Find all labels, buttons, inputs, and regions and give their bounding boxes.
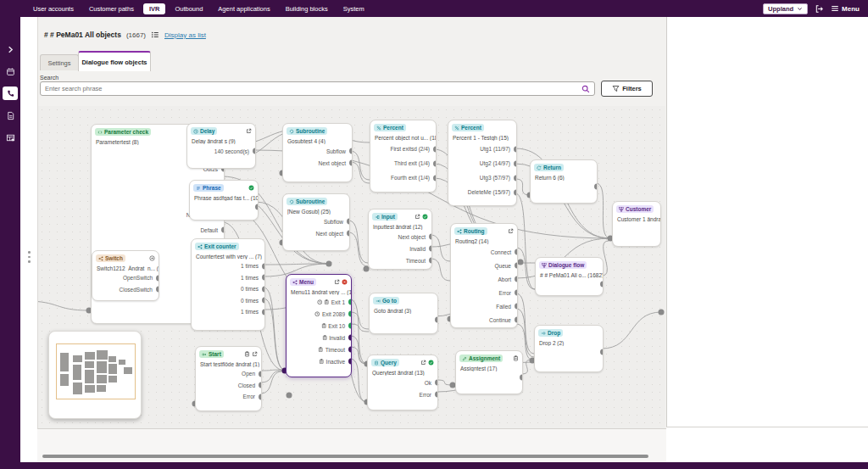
output-port[interactable] — [348, 311, 353, 317]
display-as-list-link[interactable]: Display as list — [164, 31, 206, 39]
output-port[interactable] — [259, 371, 263, 377]
output-port[interactable] — [348, 299, 353, 305]
output-port[interactable] — [520, 375, 524, 381]
nav-item-system[interactable]: System — [337, 3, 370, 14]
output-port[interactable] — [348, 335, 353, 341]
output-port[interactable] — [600, 349, 604, 355]
flow-node-start[interactable]: StartStart testflöde ändrat (1)OpenClose… — [195, 346, 262, 411]
flow-node-exit-counter[interactable]: Exit counterCountertest with very ... (7… — [191, 238, 265, 331]
flow-node-routing[interactable]: RoutingRouting2 (14)ConnectQueueAbortErr… — [450, 223, 518, 328]
flow-node-customer[interactable]: CustomerCustomer 1 ändrat 8 — [612, 201, 661, 247]
output-port[interactable] — [514, 189, 518, 195]
output-port[interactable] — [221, 227, 225, 233]
output-port[interactable] — [262, 298, 266, 304]
nav-item-user-accounts[interactable]: User accounts — [27, 3, 80, 14]
sidebar-item-grid[interactable] — [3, 131, 18, 144]
output-port[interactable] — [348, 323, 353, 329]
output-port[interactable] — [515, 290, 519, 296]
flow-node-query[interactable]: QueryQuerytest ändrat (13)OkError — [367, 355, 438, 410]
flow-node-dialogue-flow[interactable]: Dialogue flow# # PeMa01 All o... (1682) — [535, 257, 604, 296]
output-port[interactable] — [348, 347, 353, 353]
sidebar-item-phone[interactable] — [3, 87, 18, 100]
output-port[interactable] — [262, 263, 266, 269]
output-port[interactable] — [594, 184, 598, 190]
flow-node-goto[interactable]: Go toGoto ändrat (3) — [369, 293, 438, 334]
sidebar-item-calendar[interactable] — [3, 64, 18, 78]
schedule-icon — [319, 359, 325, 365]
filters-button[interactable]: Filters — [601, 81, 653, 97]
nav-item-outbound[interactable]: Outbound — [169, 3, 209, 14]
output-port[interactable] — [514, 160, 518, 166]
output-port[interactable] — [349, 160, 353, 166]
output-port[interactable] — [262, 286, 266, 292]
nav-item-customer-paths[interactable]: Customer paths — [83, 3, 140, 14]
output-port[interactable] — [433, 175, 437, 181]
sidebar-item-chevron-right[interactable] — [3, 42, 18, 56]
output-port[interactable] — [433, 160, 437, 166]
nav-item-building-blocks[interactable]: Building blocks — [280, 3, 334, 14]
output-port[interactable] — [435, 380, 439, 386]
flow-node-delay[interactable]: DelayDelay ändrat s (9)140 second(s) — [186, 123, 256, 169]
output-port[interactable] — [347, 231, 351, 237]
output-port[interactable] — [429, 234, 433, 240]
panel-drag-handle[interactable] — [28, 251, 31, 266]
output-port[interactable] — [253, 148, 257, 154]
output-port[interactable] — [514, 146, 518, 152]
output-port[interactable] — [435, 392, 439, 398]
output-label: 0 times — [241, 298, 259, 304]
output-port[interactable] — [435, 317, 439, 323]
flow-node-return[interactable]: ReturnReturn 6 (6) — [530, 159, 598, 204]
output-port[interactable] — [429, 246, 433, 252]
node-output: Utg2 (14/97) — [448, 156, 516, 170]
output-port[interactable] — [515, 263, 519, 269]
output-port[interactable] — [600, 282, 604, 288]
nav-item-ivr[interactable]: IVR — [143, 3, 166, 14]
search-input[interactable] — [41, 85, 581, 92]
output-port[interactable] — [349, 148, 353, 154]
flow-node-percent-2[interactable]: PercentPercent 1 - Testgh (15)Utg1 (11/9… — [448, 120, 517, 206]
node-title: Menu11 ändrat very ... (11) — [287, 287, 351, 295]
output-port[interactable] — [515, 317, 519, 323]
details-panel — [666, 17, 868, 462]
output-port[interactable] — [259, 382, 263, 388]
output-port[interactable] — [262, 309, 266, 315]
flow-node-menu[interactable]: MenuMenu11 ändrat very ... (11)Exit 1Exi… — [286, 274, 352, 377]
nav-item-agent-applications[interactable]: Agent applications — [212, 3, 275, 14]
output-port[interactable] — [515, 304, 519, 310]
main-menu-button[interactable]: Menu — [831, 4, 860, 13]
tab-dialogue-flow-objects[interactable]: Dialogue flow objects — [78, 51, 151, 71]
logout-icon[interactable] — [815, 4, 824, 14]
flow-node-assignment[interactable]: AssignmentAssigntest (17) — [455, 350, 523, 394]
flow-canvas[interactable]: Parameter checkParametertest (8)Out1Out2… — [38, 106, 665, 430]
region-select[interactable]: Uppland — [763, 3, 808, 14]
output-port[interactable] — [348, 359, 353, 365]
output-port[interactable] — [259, 394, 263, 399]
output-port[interactable] — [156, 275, 160, 281]
output-port[interactable] — [433, 146, 437, 152]
flow-node-switch[interactable]: SwitchSwitch1212_Ändrat_n... (5)OpenSwit… — [92, 250, 159, 301]
flow-node-input[interactable]: InputInputtest ändrat (12)Next objectInv… — [368, 209, 432, 270]
output-port[interactable] — [515, 276, 519, 282]
fork-icon — [98, 256, 103, 261]
flow-node-subroutine-2[interactable]: Subroutine[New Gosub] (25)SubflowNext ob… — [282, 193, 350, 251]
output-port[interactable] — [429, 258, 433, 264]
output-label: Utg2 (14/97) — [480, 160, 510, 166]
orgchart-icon — [542, 263, 547, 268]
canvas-horizontal-scrollbar[interactable] — [42, 455, 648, 458]
node-type-badge: Input — [372, 213, 398, 221]
output-port[interactable] — [515, 249, 519, 255]
sidebar-item-document[interactable] — [3, 109, 18, 122]
output-port[interactable] — [255, 204, 259, 210]
flow-node-percent-1[interactable]: PercentPercent object not u... (18)First… — [370, 120, 437, 193]
output-port[interactable] — [347, 219, 351, 225]
flow-node-drop[interactable]: DropDrop 2 (2) — [534, 325, 604, 372]
node-output: Default — [92, 222, 224, 237]
output-port[interactable] — [262, 275, 266, 281]
output-port[interactable] — [156, 287, 160, 293]
output-port[interactable] — [514, 175, 518, 181]
tab-settings[interactable]: Settings — [40, 54, 79, 70]
flow-node-phrase[interactable]: PhrasePhrase asdfgad fas t... (10) — [189, 180, 259, 221]
search-icon[interactable] — [581, 85, 590, 93]
flow-node-subroutine-1[interactable]: SubroutineGosubtest 4 (4)SubflowNext obj… — [282, 123, 353, 182]
minimap[interactable] — [48, 331, 142, 419]
